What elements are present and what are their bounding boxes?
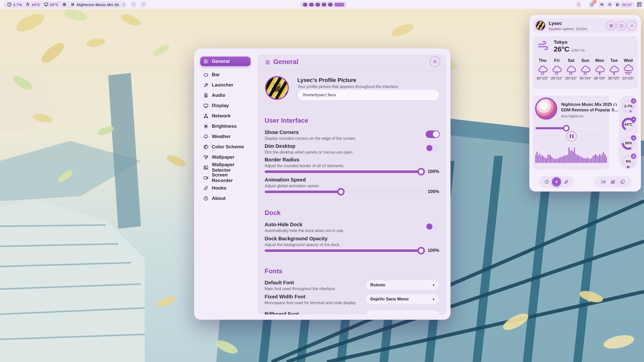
- sidebar-item-brightness[interactable]: Brightness: [200, 121, 251, 131]
- skull-quick-button[interactable]: [120, 1, 127, 8]
- sidebar-item-audio[interactable]: Audio: [200, 90, 251, 100]
- apps-grid-icon[interactable]: [636, 2, 642, 8]
- sidebar-label: Color Scheme: [212, 144, 244, 150]
- workspace-indicator[interactable]: [300, 1, 347, 8]
- auto-hide-dock-toggle[interactable]: [426, 223, 440, 230]
- pause-icon: [71, 3, 74, 6]
- workspace-dot[interactable]: [322, 3, 326, 7]
- cloud-rain-icon: [203, 134, 209, 139]
- animation-speed-description: Adjust global animation speed.: [265, 184, 319, 188]
- fixed-font-dropdown[interactable]: DejaVu Sans Mono ▾: [366, 294, 439, 304]
- border-radius-value: 100%: [422, 169, 439, 174]
- section-dock: Dock: [265, 209, 281, 217]
- bolt-icon: [554, 179, 559, 184]
- settings-button[interactable]: [606, 21, 616, 30]
- pause-icon: [572, 134, 574, 138]
- close-button[interactable]: ✕: [430, 57, 440, 67]
- tray-app-icon: [577, 3, 581, 7]
- videocam-icon: [601, 179, 606, 184]
- sidebar-item-about[interactable]: About: [200, 194, 251, 203]
- profile-path-input[interactable]: [297, 89, 439, 101]
- dim-desktop-toggle[interactable]: [426, 144, 440, 152]
- sidebar-label: General: [212, 59, 230, 64]
- sun-icon: [203, 124, 209, 129]
- notifications-button[interactable]: 8: [588, 1, 595, 8]
- close-icon: [629, 23, 634, 28]
- memory-gauge: 30%: [622, 136, 635, 150]
- screen-record-button[interactable]: [599, 177, 608, 186]
- pause-button[interactable]: [566, 131, 577, 142]
- sidebar-item-bar[interactable]: Bar: [200, 70, 251, 79]
- sidebar-item-network[interactable]: Network: [200, 111, 251, 121]
- dock-opacity-slider[interactable]: [265, 249, 427, 252]
- forecast-day: Wed 33°/25°: [621, 58, 635, 80]
- workspace-dot[interactable]: [303, 3, 307, 7]
- side-panel: ☠ Lysec System uptime: 1h23m Tokyo 26°C …: [529, 15, 641, 192]
- brightness-button[interactable]: [606, 1, 613, 8]
- weather-storm-icon: [609, 64, 620, 75]
- border-radius-description: Adjust the rounded border of all UI elem…: [265, 164, 345, 168]
- workspace-active-dot[interactable]: [334, 3, 344, 7]
- border-radius-slider[interactable]: [265, 170, 427, 173]
- default-font-value: Roboto: [370, 283, 385, 288]
- screenshot-off-button[interactable]: [608, 177, 617, 186]
- layers-button[interactable]: [618, 177, 627, 186]
- rocket-icon: [203, 82, 209, 88]
- sidebar-item-screen-recorder[interactable]: Screen Recorder: [200, 173, 251, 183]
- power-button[interactable]: [617, 21, 626, 30]
- border-radius-label: Border Radius: [265, 157, 299, 163]
- show-corners-toggle[interactable]: [426, 130, 440, 138]
- media-player-pill[interactable]: Nightcore Music Mix 20…: [67, 1, 126, 8]
- chip-icon: [631, 135, 636, 141]
- fixed-font-value: DejaVu Sans Mono: [370, 297, 409, 302]
- favorite-quick-button[interactable]: [130, 1, 137, 8]
- album-art: [535, 98, 557, 120]
- profile-avatar[interactable]: ☠: [265, 76, 289, 100]
- workspace-dot[interactable]: [328, 3, 333, 7]
- slider-knob[interactable]: [337, 188, 345, 196]
- sidebar-item-wallpaper[interactable]: Wallpaper: [200, 152, 251, 162]
- animation-speed-slider[interactable]: [265, 191, 427, 193]
- paint-roller-icon: [203, 155, 209, 160]
- sidebar-item-wallpaper-selector[interactable]: Wallpaper Selector: [200, 163, 251, 172]
- progress-knob[interactable]: [563, 125, 570, 131]
- dock-opacity-label: Dock Background Opacity: [265, 236, 328, 242]
- power-profile-eco-button[interactable]: [561, 177, 571, 186]
- weather-city: Tokyo: [554, 39, 568, 45]
- favorite2-quick-button[interactable]: [140, 1, 147, 8]
- sidebar-item-weather[interactable]: Weather: [200, 132, 251, 141]
- show-corners-description: Display rounded corners on the edge of t…: [265, 136, 356, 141]
- volume-button[interactable]: [598, 1, 605, 8]
- sidebar-item-color-scheme[interactable]: Color Scheme: [200, 142, 251, 152]
- toggle-knob: [426, 145, 432, 151]
- top-bar: 2.7% 44°C 38°C 9.6G Nightcore Music Mix …: [0, 0, 644, 9]
- sidebar-item-display[interactable]: Display: [200, 101, 251, 110]
- default-font-dropdown[interactable]: Roboto ▾: [366, 280, 439, 290]
- flame-icon: [25, 2, 30, 7]
- divider: [258, 70, 446, 70]
- power-profile-performance-button[interactable]: [552, 177, 561, 186]
- auto-hide-dock-description: Automatically hide the dock when not in …: [265, 229, 344, 233]
- sidebar-label: Wallpaper Selector: [212, 162, 248, 173]
- clock-pill[interactable]: 00:27: [619, 1, 634, 8]
- workspace-dot[interactable]: [309, 3, 314, 7]
- sidebar-label: Screen Recorder: [212, 172, 248, 183]
- temp-gauge: 44°C: [622, 118, 635, 131]
- show-corners-label: Show Corners: [265, 129, 299, 135]
- dim-desktop-description: Dim the desktop when panels or menus are…: [265, 150, 353, 155]
- clipped-font-dropdown[interactable]: [366, 310, 439, 314]
- default-font-description: Main font used throughout the interface.: [265, 287, 336, 291]
- panel-close-button[interactable]: [627, 21, 636, 30]
- tray-app-button[interactable]: [575, 1, 582, 8]
- toggle-knob: [433, 131, 439, 137]
- sidebar-item-general[interactable]: General: [200, 57, 251, 66]
- sidebar-item-hooks[interactable]: Hooks: [200, 183, 251, 193]
- track-progress-slider[interactable]: [536, 127, 604, 129]
- sidebar-item-launcher[interactable]: Launcher: [200, 80, 251, 90]
- palette-icon: [203, 144, 209, 150]
- workspace-dot[interactable]: [315, 3, 320, 7]
- cpu-stat: 2.7%: [7, 2, 22, 7]
- power-profile-powersave-button[interactable]: [542, 177, 551, 186]
- temp-value: 44°C: [31, 3, 40, 7]
- layers-icon: [620, 179, 625, 184]
